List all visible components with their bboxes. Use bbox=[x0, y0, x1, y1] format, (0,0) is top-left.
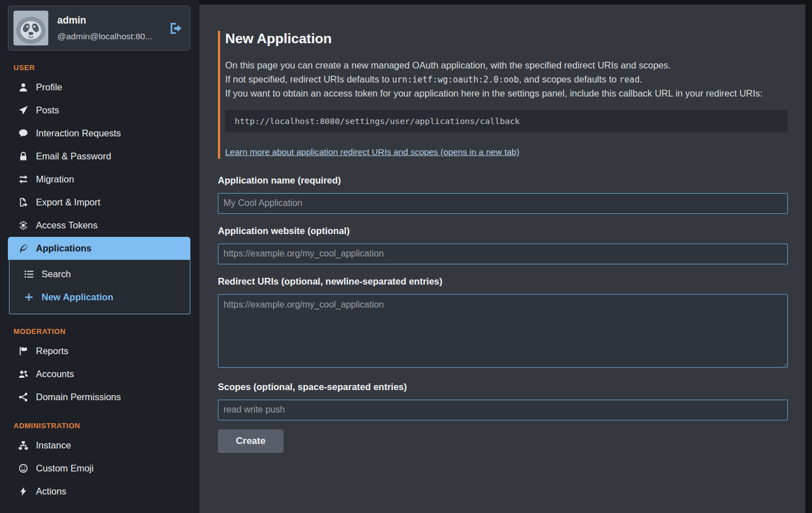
nav-label: Actions bbox=[36, 486, 66, 497]
user-handle: @admin@localhost:80... bbox=[57, 31, 158, 42]
sidebar-item-profile[interactable]: Profile bbox=[8, 76, 190, 99]
sidebar-item-instance[interactable]: Instance bbox=[8, 434, 190, 457]
sidebar-nav-administration: Instance Custom Emoji Actions bbox=[8, 434, 190, 503]
nav-label: Instance bbox=[36, 440, 71, 451]
sidebar-item-reports[interactable]: Reports bbox=[8, 340, 190, 363]
intro-line-2-pre: If not specified, redirect URIs defaults… bbox=[225, 74, 392, 84]
section-label-administration: ADMINISTRATION bbox=[13, 422, 190, 430]
user-card[interactable]: admin @admin@localhost:80... bbox=[8, 6, 190, 51]
main-panel: New Application On this page you can cre… bbox=[199, 4, 805, 513]
flag-icon bbox=[19, 346, 28, 356]
intro-line-2: If not specified, redirect URIs defaults… bbox=[225, 72, 788, 87]
sidebar-nav-moderation: Reports Accounts Domain Permissions bbox=[8, 340, 190, 409]
transfer-arrows-icon bbox=[19, 175, 28, 184]
intro-line-1: On this page you can create a new manage… bbox=[225, 58, 788, 72]
page-header: New Application On this page you can cre… bbox=[218, 31, 788, 159]
sidebar-item-migration[interactable]: Migration bbox=[8, 168, 190, 191]
page-title: New Application bbox=[225, 31, 788, 47]
nav-label: Email & Password bbox=[36, 151, 111, 162]
app-root: admin @admin@localhost:80... USER Profil… bbox=[0, 0, 812, 513]
application-website-label: Application website (optional) bbox=[218, 226, 788, 236]
nav-label: Export & Import bbox=[36, 197, 101, 208]
nav-label: Applications bbox=[36, 243, 92, 254]
sidebar-item-applications[interactable]: Applications bbox=[8, 237, 190, 260]
sidebar-item-custom-emoji[interactable]: Custom Emoji bbox=[8, 457, 190, 480]
nav-label: Reports bbox=[36, 346, 69, 356]
redirect-uris-textarea[interactable] bbox=[218, 294, 788, 368]
intro-line-3: If you want to obtain an access token fo… bbox=[225, 86, 788, 100]
callback-url-block: http://localhost:8080/settings/user/appl… bbox=[225, 110, 788, 132]
sidebar-item-access-tokens[interactable]: Access Tokens bbox=[8, 214, 190, 237]
create-button[interactable]: Create bbox=[218, 429, 284, 453]
sitemap-icon bbox=[19, 441, 28, 450]
sidebar-nav-user: Profile Posts Interaction Requests Email… bbox=[8, 76, 190, 314]
users-icon bbox=[19, 369, 28, 379]
nav-label: Custom Emoji bbox=[36, 463, 94, 474]
user-name: admin bbox=[57, 15, 158, 26]
bolt-icon bbox=[19, 487, 28, 496]
nav-label: Accounts bbox=[36, 369, 74, 379]
intro-line-2-end: . bbox=[640, 74, 642, 84]
section-label-moderation: MODERATION bbox=[13, 327, 190, 336]
nav-label: New Application bbox=[42, 292, 113, 303]
comment-icon bbox=[19, 129, 28, 138]
user-info: admin @admin@localhost:80... bbox=[57, 15, 158, 42]
certificate-icon bbox=[19, 221, 28, 230]
new-application-form: Application name (required) Application … bbox=[218, 175, 788, 453]
application-name-input[interactable] bbox=[218, 193, 788, 214]
application-name-label: Application name (required) bbox=[218, 175, 788, 186]
nav-label: Access Tokens bbox=[36, 220, 98, 231]
avatar bbox=[13, 11, 48, 45]
export-icon bbox=[19, 198, 28, 207]
nav-label: Profile bbox=[36, 82, 62, 93]
inline-code-oob: urn:ietf:wg:oauth:2.0:oob bbox=[392, 75, 519, 85]
sidebar-item-search[interactable]: Search bbox=[10, 263, 190, 286]
nav-label: Migration bbox=[36, 174, 74, 185]
share-nodes-icon bbox=[19, 392, 28, 402]
sidebar-item-new-application[interactable]: New Application bbox=[10, 286, 190, 309]
plus-icon bbox=[24, 292, 34, 302]
learn-more-link[interactable]: Learn more about application redirect UR… bbox=[225, 147, 519, 157]
applications-submenu: Search New Application bbox=[9, 260, 190, 314]
application-website-input[interactable] bbox=[218, 244, 788, 264]
feather-icon bbox=[19, 244, 28, 253]
paper-plane-icon bbox=[19, 106, 28, 115]
scopes-input[interactable] bbox=[218, 400, 788, 420]
intro-line-2-mid: , and scopes defaults to bbox=[519, 74, 619, 84]
logout-icon[interactable] bbox=[169, 21, 183, 35]
smiley-icon bbox=[19, 464, 28, 473]
sidebar-item-email-password[interactable]: Email & Password bbox=[8, 145, 190, 168]
list-icon bbox=[24, 269, 34, 279]
redirect-uris-label: Redirect URIs (optional, newline-separat… bbox=[218, 276, 788, 287]
inline-code-read: read bbox=[619, 75, 640, 85]
sidebar: admin @admin@localhost:80... USER Profil… bbox=[0, 0, 199, 513]
lock-icon bbox=[19, 152, 28, 161]
nav-label: Search bbox=[42, 269, 71, 280]
sidebar-item-export-import[interactable]: Export & Import bbox=[8, 191, 190, 214]
applications-group: Applications Search New Application bbox=[8, 237, 190, 314]
callback-url: http://localhost:8080/settings/user/appl… bbox=[235, 116, 520, 126]
nav-label: Interaction Requests bbox=[36, 128, 121, 139]
sidebar-item-accounts[interactable]: Accounts bbox=[8, 363, 190, 386]
user-icon bbox=[19, 83, 28, 92]
nav-label: Posts bbox=[36, 105, 59, 116]
scopes-label: Scopes (optional, space-separated entrie… bbox=[218, 382, 788, 392]
sidebar-item-interaction-requests[interactable]: Interaction Requests bbox=[8, 122, 190, 145]
sidebar-item-actions[interactable]: Actions bbox=[8, 480, 190, 503]
section-label-user: USER bbox=[13, 63, 190, 72]
nav-label: Domain Permissions bbox=[36, 392, 121, 402]
sidebar-item-posts[interactable]: Posts bbox=[8, 99, 190, 122]
sidebar-item-domain-permissions[interactable]: Domain Permissions bbox=[8, 386, 190, 409]
